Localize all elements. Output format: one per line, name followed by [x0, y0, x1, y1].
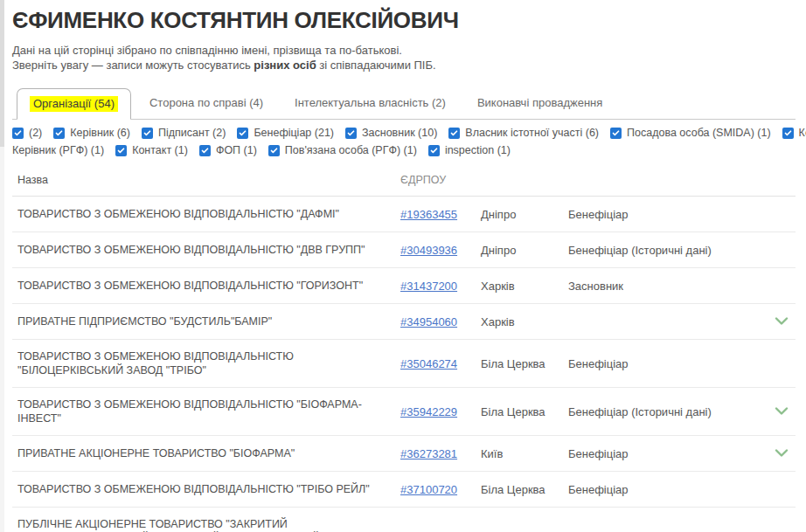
filter-item-8[interactable]: Керівник (РГФ) (1)	[12, 144, 104, 156]
checkbox-checked-icon[interactable]	[237, 128, 248, 139]
org-name: ТОВАРИСТВО З ОБМЕЖЕНОЮ ВІДПОВІДАЛЬНІСТЮ …	[17, 397, 400, 425]
filter-item-2[interactable]: Підписант (2)	[142, 127, 226, 139]
column-header-name: Назва	[17, 173, 400, 187]
table-row: ПРИВАТНЕ ПІДПРИЄМСТВО "БУДСТИЛЬ"БАМІР"#3…	[12, 304, 796, 340]
disclaimer-note: Дані на цій сторінці зібрано по співпаді…	[12, 43, 796, 73]
edrpou-link[interactable]: #19363455	[400, 208, 457, 221]
edrpou-link[interactable]: #35046274	[400, 357, 457, 370]
org-name: ТОВАРИСТВО З ОБМЕЖЕНОЮ ВІДПОВІДАЛЬНІСТЮ …	[17, 349, 400, 377]
edrpou-link[interactable]: #31437200	[400, 280, 457, 293]
tab-label: Сторона по справі (4)	[149, 96, 263, 109]
table-row: ПРИВАТНЕ АКЦІОНЕРНЕ ТОВАРИСТВО "БІОФАРМА…	[12, 436, 796, 472]
page-title: ЄФИМЕНКО КОСТЯНТИН ОЛЕКСІЙОВИЧ	[12, 7, 796, 33]
org-city: Біла Церква	[481, 357, 568, 370]
tab-bar: Організації (54)Сторона по справі (4)Інт…	[12, 87, 796, 120]
filter-item-12[interactable]: inspection (1)	[428, 144, 511, 156]
filter-label: Контакт (1)	[132, 144, 188, 156]
table-row: ТОВАРИСТВО З ОБМЕЖЕНОЮ ВІДПОВІДАЛЬНІСТЮ …	[12, 340, 796, 388]
checkbox-checked-icon[interactable]	[142, 128, 153, 139]
checkbox-checked-icon[interactable]	[428, 145, 440, 156]
filter-item-11[interactable]: Пов'язана особа (РГФ) (1)	[268, 144, 417, 156]
org-city: Біла Церква	[481, 405, 568, 418]
filter-item-5[interactable]: Власник істотної участі (6)	[448, 127, 599, 139]
tab-0[interactable]: Організації (54)	[17, 88, 131, 120]
org-role: Бенефіціар (Історичні дані)	[568, 244, 764, 257]
checkbox-checked-icon[interactable]	[345, 128, 357, 139]
org-city: Дніпро	[481, 208, 568, 221]
org-name: ТОВАРИСТВО З ОБМЕЖЕНОЮ ВІДПОВІДАЛЬНІСТЮ …	[17, 482, 400, 496]
different-persons-emphasis: різних осіб	[254, 59, 316, 72]
expand-chevron-icon[interactable]	[775, 317, 789, 326]
filter-item-7[interactable]: Керівник (РГО) (1)	[782, 127, 806, 139]
disclaimer-line-2: Зверніть увагу — записи можуть стосувати…	[12, 58, 796, 73]
checkbox-checked-icon[interactable]	[12, 128, 24, 139]
tab-label: Інтелектуальна власність (2)	[295, 96, 446, 109]
tab-label: Виконавчі провадження	[477, 96, 602, 109]
checkbox-checked-icon[interactable]	[53, 128, 65, 139]
org-role: Бенефіціар	[568, 357, 764, 370]
org-name: ТОВАРИСТВО З ОБМЕЖЕНОЮ ВІДПОВІДАЛЬНІСТЮ …	[17, 243, 400, 257]
filter-label: Засновник (10)	[362, 127, 437, 139]
table-row: ПУБЛІЧНЕ АКЦІОНЕРНЕ ТОВАРИСТВО "ЗАКРИТИЙ…	[12, 508, 796, 532]
page-content: ЄФИМЕНКО КОСТЯНТИН ОЛЕКСІЙОВИЧ Дані на ц…	[4, 0, 803, 532]
org-name: ПРИВАТНЕ ПІДПРИЄМСТВО "БУДСТИЛЬ"БАМІР"	[17, 314, 400, 328]
org-city: Біла Церква	[481, 483, 568, 496]
org-city: Дніпро	[481, 244, 568, 257]
edrpou-link[interactable]: #34954060	[400, 315, 457, 328]
edrpou-link[interactable]: #36273281	[400, 447, 457, 460]
filter-item-4[interactable]: Засновник (10)	[345, 127, 437, 139]
filter-item-0[interactable]: (2)	[12, 127, 42, 139]
org-role: Бенефіціар	[568, 447, 764, 460]
org-role: Бенефіціар	[568, 483, 764, 496]
table-row: ТОВАРИСТВО З ОБМЕЖЕНОЮ ВІДПОВІДАЛЬНІСТЮ …	[12, 197, 796, 232]
filter-label: inspection (1)	[445, 144, 511, 156]
filter-item-3[interactable]: Бенефіціар (21)	[237, 127, 334, 139]
disclaimer-line-1: Дані на цій сторінці зібрано по співпаді…	[12, 43, 796, 58]
filter-label: Керівник (РГО) (1)	[799, 127, 806, 139]
filter-label: Керівник (6)	[70, 127, 130, 139]
filter-label: (2)	[29, 127, 42, 139]
table-row: ТОВАРИСТВО З ОБМЕЖЕНОЮ ВІДПОВІДАЛЬНІСТЮ …	[12, 472, 796, 508]
edrpou-link[interactable]: #30493936	[400, 244, 457, 257]
checkbox-checked-icon[interactable]	[448, 128, 460, 139]
org-role: Бенефіціар	[568, 208, 764, 221]
org-name: ПУБЛІЧНЕ АКЦІОНЕРНЕ ТОВАРИСТВО "ЗАКРИТИЙ…	[17, 517, 400, 532]
role-filters: (2)Керівник (6)Підписант (2)Бенефіціар (…	[12, 126, 796, 157]
table-row: ТОВАРИСТВО З ОБМЕЖЕНОЮ ВІДПОВІДАЛЬНІСТЮ …	[12, 268, 796, 304]
checkbox-checked-icon[interactable]	[115, 145, 127, 156]
tab-2[interactable]: Інтелектуальна власність (2)	[281, 87, 459, 119]
filter-item-6[interactable]: Посадова особа (SMIDA) (1)	[610, 127, 771, 139]
filter-item-1[interactable]: Керівник (6)	[53, 127, 130, 139]
checkbox-checked-icon[interactable]	[268, 145, 280, 156]
org-city: Харків	[481, 280, 568, 293]
filter-row-1: (2)Керівник (6)Підписант (2)Бенефіціар (…	[12, 126, 796, 140]
checkbox-checked-icon[interactable]	[782, 128, 794, 139]
filter-label: Підписант (2)	[158, 127, 226, 139]
filter-item-10[interactable]: ФОП (1)	[199, 144, 257, 156]
org-city: Харків	[481, 315, 568, 328]
expand-chevron-icon[interactable]	[775, 407, 789, 416]
table-row: ТОВАРИСТВО З ОБМЕЖЕНОЮ ВІДПОВІДАЛЬНІСТЮ …	[12, 232, 796, 268]
person-profile-page: ЄФИМЕНКО КОСТЯНТИН ОЛЕКСІЙОВИЧ Дані на ц…	[0, 0, 806, 532]
org-name: ТОВАРИСТВО З ОБМЕЖЕНОЮ ВІДПОВІДАЛЬНІСТЮ …	[17, 279, 400, 293]
filter-item-9[interactable]: Контакт (1)	[115, 144, 188, 156]
filter-row-2: Керівник (РГФ) (1)Контакт (1)ФОП (1)Пов'…	[12, 143, 796, 157]
checkbox-checked-icon[interactable]	[610, 128, 622, 139]
tab-label: Організації (54)	[30, 96, 118, 112]
org-name: ПРИВАТНЕ АКЦІОНЕРНЕ ТОВАРИСТВО "БІОФАРМА…	[17, 446, 400, 460]
tab-1[interactable]: Сторона по справі (4)	[136, 87, 276, 119]
org-name: ТОВАРИСТВО З ОБМЕЖЕНОЮ ВІДПОВІДАЛЬНІСТЮ …	[17, 207, 400, 221]
edrpou-link[interactable]: #37100720	[400, 483, 457, 496]
organizations-table: Назва ЄДРПОУ ТОВАРИСТВО З ОБМЕЖЕНОЮ ВІДП…	[12, 164, 796, 532]
expand-chevron-icon[interactable]	[775, 449, 789, 458]
checkbox-checked-icon[interactable]	[199, 145, 211, 156]
edrpou-link[interactable]: #35942229	[400, 405, 457, 418]
filter-label: ФОП (1)	[216, 144, 257, 156]
table-body: ТОВАРИСТВО З ОБМЕЖЕНОЮ ВІДПОВІДАЛЬНІСТЮ …	[12, 197, 796, 532]
table-header: Назва ЄДРПОУ	[12, 164, 796, 197]
org-role: Засновник	[568, 280, 764, 293]
table-row: ТОВАРИСТВО З ОБМЕЖЕНОЮ ВІДПОВІДАЛЬНІСТЮ …	[12, 388, 796, 436]
filter-label: Власник істотної участі (6)	[465, 127, 599, 139]
tab-3[interactable]: Виконавчі провадження	[464, 87, 615, 119]
org-city: Київ	[481, 447, 568, 460]
